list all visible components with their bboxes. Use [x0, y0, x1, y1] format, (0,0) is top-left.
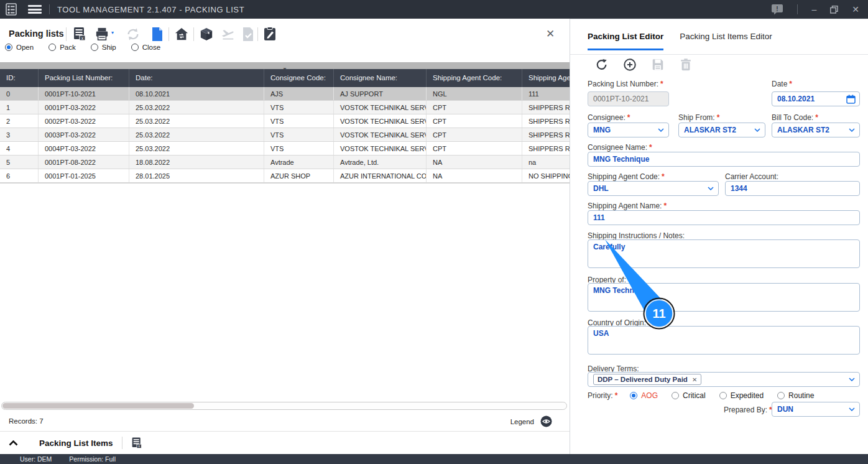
legend-label: Legend — [510, 418, 534, 425]
column-header[interactable]: Shipping Agent Code: — [427, 69, 522, 87]
calendar-icon[interactable] — [846, 95, 856, 104]
radio-circle[interactable] — [777, 392, 785, 399]
delivery-terms-multiselect[interactable]: DDP – Delivered Duty Paid ✕ — [588, 372, 860, 387]
packing-list-editor-panel: Packing List Editor Packing List Items E… — [570, 19, 868, 454]
radio-option-pack[interactable]: Pack — [48, 44, 76, 51]
country-of-origin-textarea[interactable]: USA — [588, 326, 860, 355]
radio-option-critical[interactable]: Critical — [672, 391, 706, 400]
table-row[interactable]: 40004PT-03-202225.03.2022VTSVOSTOK TECHN… — [0, 142, 570, 155]
radio-circle[interactable] — [719, 392, 727, 399]
grid-splitter-handle[interactable]: ▼ — [0, 62, 570, 69]
prepared-by-select[interactable]: DUN — [772, 402, 860, 417]
table-cell: 0001PT-03-2022 — [39, 101, 129, 114]
table-row[interactable]: 60001PT-01-202528.01.2025AZUR SHOPAZUR I… — [0, 169, 570, 183]
table-cell: SHIPPERS RESPONSIBILITY — [522, 142, 570, 155]
carrier-account-field[interactable]: 1344 — [725, 181, 860, 196]
table-cell: AJ SUPPORT — [334, 87, 427, 100]
titlebar-separator — [49, 4, 50, 14]
ship-plane-icon — [221, 27, 234, 42]
radio-option-open[interactable]: Open — [5, 44, 34, 51]
radio-option-routine[interactable]: Routine — [777, 391, 814, 400]
close-window-button[interactable]: ✕ — [852, 5, 859, 14]
table-cell: AZUR INTERNATIONAL COMP... — [334, 169, 427, 182]
edit-clipboard-icon[interactable] — [264, 27, 277, 42]
table-row[interactable]: 00001PT-10-202108.10.2021AJSAJ SUPPORTNG… — [0, 87, 570, 101]
radio-option-expedited[interactable]: Expedited — [719, 391, 764, 400]
consignee-select[interactable]: MNG — [588, 123, 669, 137]
consignee-name-field[interactable]: MNG Technique — [588, 152, 860, 167]
print-icon[interactable] — [95, 27, 109, 42]
field-label: Shipping Agent Code:* — [588, 172, 665, 181]
toolbar-separator — [169, 27, 169, 41]
table-row[interactable]: 30003PT-03-202225.03.2022VTSVOSTOK TECHN… — [0, 128, 570, 142]
radio-circle[interactable] — [48, 44, 56, 51]
table-cell: 25.03.2022 — [129, 114, 264, 128]
close-panel-button[interactable]: ✕ — [546, 27, 555, 40]
table-cell: 111 — [522, 87, 570, 100]
tab-packing-list-editor[interactable]: Packing List Editor — [588, 32, 663, 50]
field-label: Packing List Number:* — [588, 80, 663, 88]
table-row[interactable]: 50001PT-08-202218.08.2022AvtradeAvtrade,… — [0, 155, 570, 169]
bill-to-code-select[interactable]: ALASKAR ST2 — [772, 123, 860, 137]
horizontal-scrollbar[interactable] — [1, 402, 567, 410]
export-excel-icon[interactable]: x — [73, 27, 86, 42]
package-box-icon[interactable] — [200, 27, 213, 42]
window-title: TOOL MANAGEMENT 2.1.407 - PACKING LIST — [57, 5, 244, 14]
table-cell: VOSTOK TECHNIKAL SERVICES — [334, 142, 427, 155]
radio-option-aog[interactable]: AOG — [630, 391, 658, 400]
app-logo-icon — [6, 3, 17, 16]
table-body: 00001PT-10-202108.10.2021AJSAJ SUPPORTNG… — [0, 87, 570, 183]
section-title[interactable]: Packing List Items — [39, 438, 113, 448]
new-document-icon[interactable] — [150, 27, 164, 42]
column-header[interactable]: ID: — [0, 69, 39, 87]
svg-text:x: x — [81, 36, 84, 40]
column-header[interactable]: Shipping Agent Name: — [522, 69, 570, 87]
table-cell: 0001PT-08-2022 — [39, 155, 129, 169]
radio-circle[interactable] — [630, 392, 637, 399]
date-field[interactable]: 08.10.2021 — [772, 91, 860, 106]
restore-button[interactable] — [830, 6, 838, 14]
chevron-down-icon — [849, 407, 855, 411]
statusbar-user: User: DEM — [20, 455, 52, 463]
scrollbar-thumb[interactable] — [2, 403, 194, 409]
feedback-icon[interactable]: ! — [771, 4, 783, 15]
reload-icon[interactable] — [595, 58, 609, 72]
tab-packing-list-items-editor[interactable]: Packing List Items Editor — [680, 32, 772, 50]
ship-from-select[interactable]: ALASKAR ST2 — [678, 123, 765, 137]
column-header[interactable]: Consignee Code: — [264, 69, 334, 87]
table-row[interactable]: 10001PT-03-202225.03.2022VTSVOSTOK TECHN… — [0, 101, 570, 114]
table-cell: VOSTOK TECHNIKAL SERVICES — [334, 128, 427, 141]
radio-option-ship[interactable]: Ship — [91, 44, 116, 51]
table-cell: VOSTOK TECHNIKAL SERVICES — [334, 101, 427, 114]
home-warehouse-icon[interactable] — [175, 27, 188, 42]
radio-circle[interactable] — [131, 44, 139, 51]
shipping-agent-code-select[interactable]: DHL — [588, 181, 719, 196]
export-excel-icon[interactable]: x — [131, 437, 142, 450]
radio-circle[interactable] — [91, 44, 98, 51]
collapse-chevron-up-icon[interactable] — [9, 440, 18, 446]
field-label: Priority:* — [588, 391, 617, 400]
shipping-instructions-textarea[interactable]: Carefully — [588, 239, 860, 268]
column-header[interactable]: Packing List Number: — [39, 69, 129, 87]
table-row[interactable]: 20002PT-03-202225.03.2022VTSVOSTOK TECHN… — [0, 114, 570, 128]
property-of-textarea[interactable]: MNG Technique — [588, 283, 860, 312]
packing-lists-table: ID: Packing List Number: Date: Consignee… — [0, 69, 570, 183]
column-header[interactable]: Date: — [129, 69, 264, 87]
add-new-icon[interactable] — [623, 58, 637, 72]
packing-list-items-section-header: Packing List Items x — [0, 432, 570, 454]
shipping-agent-name-field[interactable]: 111 — [588, 210, 860, 225]
print-dropdown-caret-icon[interactable]: ▾ — [111, 30, 114, 35]
field-label: Carrier Account: — [725, 172, 778, 181]
menu-hamburger-icon[interactable] — [28, 5, 42, 14]
radio-label: AOG — [641, 391, 658, 400]
chip-remove-icon[interactable]: ✕ — [692, 376, 697, 383]
radio-circle[interactable] — [672, 392, 679, 399]
radio-option-close[interactable]: Close — [131, 44, 160, 51]
minimize-button[interactable]: – — [811, 5, 816, 14]
column-header[interactable]: Consignee Name: — [334, 69, 427, 87]
legend-eye-icon[interactable] — [540, 415, 552, 427]
radio-circle[interactable] — [5, 44, 12, 51]
table-cell: SHIPPERS RESPONSIBILITY — [522, 101, 570, 114]
field-label: Shipping Instructions / Notes: — [588, 231, 685, 240]
document-check-icon — [241, 27, 255, 42]
